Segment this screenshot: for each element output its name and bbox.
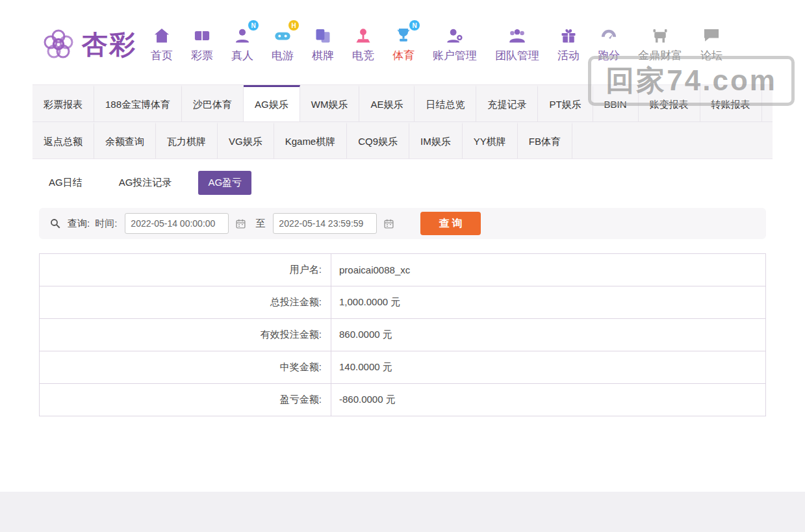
nav-item-label: 电竞 bbox=[352, 48, 374, 63]
time-label: 时间: bbox=[95, 218, 117, 230]
subtab-item[interactable]: AG投注记录 bbox=[109, 171, 182, 195]
row-value: 140.0000 元 bbox=[331, 351, 392, 383]
wealth-icon bbox=[650, 25, 670, 46]
tab-item[interactable]: 充提记录 bbox=[476, 85, 538, 121]
tab-row-2: 返点总额余额查询瓦力棋牌VG娱乐Kgame棋牌CQ9娱乐IM娱乐YY棋牌FB体育 bbox=[32, 122, 773, 158]
query-button[interactable]: 查 询 bbox=[420, 212, 481, 235]
tab-item[interactable]: BBIN bbox=[593, 85, 639, 121]
forum-icon bbox=[702, 25, 721, 46]
nav-item-team[interactable]: 团队管理 bbox=[495, 25, 539, 63]
activity-icon bbox=[559, 25, 578, 46]
to-label: 至 bbox=[255, 218, 265, 230]
query-bar: 查询: 时间: 至 查 询 bbox=[39, 208, 766, 239]
tab-item[interactable]: YY棋牌 bbox=[463, 122, 518, 158]
row-label: 盈亏金额: bbox=[40, 384, 331, 416]
tab-item[interactable]: WM娱乐 bbox=[300, 85, 360, 121]
nav-item-label: 体育 bbox=[392, 48, 415, 63]
tab-item[interactable]: 余额查询 bbox=[94, 122, 156, 158]
search-icon bbox=[49, 218, 61, 229]
tab-item[interactable]: AE娱乐 bbox=[359, 85, 415, 121]
tab-item[interactable]: IM娱乐 bbox=[409, 122, 463, 158]
paofen-icon bbox=[599, 25, 619, 46]
report-tabbar: 彩票报表188金宝博体育沙巴体育AG娱乐WM娱乐AE娱乐日结总览充提记录PT娱乐… bbox=[32, 84, 773, 159]
logo[interactable]: 杏彩 bbox=[40, 26, 136, 62]
tab-item[interactable]: 日结总览 bbox=[415, 85, 476, 121]
nav-badge-n: N bbox=[248, 20, 259, 31]
footer bbox=[0, 492, 805, 532]
nav-item-label: 首页 bbox=[151, 48, 173, 63]
nav-item-wealth[interactable]: 金鼎财富 bbox=[638, 25, 682, 63]
query-label: 查询: bbox=[68, 218, 90, 230]
nav-item-label: 金鼎财富 bbox=[638, 48, 682, 63]
tab-item[interactable]: FB体育 bbox=[518, 122, 572, 158]
nav-item-label: 跑分 bbox=[598, 48, 620, 63]
nav-badge-n: N bbox=[409, 20, 420, 31]
logo-flower-icon bbox=[40, 26, 77, 62]
nav-item-label: 账户管理 bbox=[433, 48, 477, 63]
tab-item[interactable]: 188金宝博体育 bbox=[94, 85, 182, 121]
nav-item-label: 电游 bbox=[272, 48, 294, 63]
live-person-icon: N bbox=[233, 25, 252, 46]
calendar-icon-start[interactable] bbox=[235, 218, 246, 229]
row-value: 860.0000 元 bbox=[331, 319, 392, 351]
table-row: 用户名:proaicai0088_xc bbox=[40, 254, 765, 286]
main-nav: 首页彩票N真人H电游棋牌电竞N体育账户管理团队管理活动跑分金鼎财富论坛 bbox=[151, 25, 722, 63]
nav-item-chess[interactable]: 棋牌 bbox=[312, 25, 334, 63]
logo-text: 杏彩 bbox=[82, 27, 136, 62]
nav-item-esports[interactable]: 电竞 bbox=[352, 25, 374, 63]
tab-item[interactable]: AG娱乐 bbox=[244, 85, 300, 121]
nav-item-label: 真人 bbox=[231, 48, 253, 63]
tab-item[interactable]: 账变报表 bbox=[639, 85, 700, 121]
nav-item-label: 棋牌 bbox=[312, 48, 334, 63]
nav-item-forum[interactable]: 论坛 bbox=[700, 25, 722, 63]
account-icon bbox=[445, 25, 465, 46]
end-date-input[interactable] bbox=[273, 213, 377, 234]
row-label: 总投注金额: bbox=[40, 286, 331, 318]
nav-item-live-person[interactable]: N真人 bbox=[231, 25, 253, 63]
table-row: 有效投注金额:860.0000 元 bbox=[40, 319, 765, 351]
tab-item[interactable]: PT娱乐 bbox=[538, 85, 593, 121]
home-icon bbox=[152, 25, 172, 46]
tab-item[interactable]: 彩票报表 bbox=[32, 85, 94, 121]
nav-item-paofen[interactable]: 跑分 bbox=[598, 25, 620, 63]
sports-icon: N bbox=[394, 25, 413, 46]
nav-item-label: 论坛 bbox=[700, 48, 722, 63]
team-icon bbox=[507, 25, 527, 46]
tab-item[interactable]: Kgame棋牌 bbox=[274, 122, 348, 158]
row-label: 中奖金额: bbox=[40, 351, 331, 383]
nav-item-lottery[interactable]: 彩票 bbox=[191, 25, 213, 63]
content: AG日结AG投注记录AG盈亏 查询: 时间: 至 bbox=[32, 171, 773, 416]
tab-item[interactable]: 转账报表 bbox=[700, 85, 762, 121]
nav-item-label: 彩票 bbox=[191, 48, 213, 63]
row-value: proaicai0088_xc bbox=[331, 254, 410, 286]
table-row: 中奖金额:140.0000 元 bbox=[40, 351, 765, 384]
table-row: 盈亏金额:-860.0000 元 bbox=[40, 384, 765, 416]
lottery-icon bbox=[192, 25, 212, 46]
subtabs: AG日结AG投注记录AG盈亏 bbox=[39, 171, 766, 195]
row-label: 有效投注金额: bbox=[40, 319, 331, 351]
tab-item[interactable]: 返点总额 bbox=[32, 122, 94, 158]
start-date-input[interactable] bbox=[125, 213, 229, 234]
tab-item[interactable]: 沙巴体育 bbox=[182, 85, 244, 121]
subtab-item[interactable]: AG盈亏 bbox=[198, 171, 251, 195]
calendar-icon-end[interactable] bbox=[383, 218, 394, 229]
row-value: 1,000.0000 元 bbox=[331, 286, 400, 318]
nav-badge-h: H bbox=[288, 20, 299, 31]
nav-item-label: 活动 bbox=[557, 48, 580, 63]
top-nav: 杏彩 首页彩票N真人H电游棋牌电竞N体育账户管理团队管理活动跑分金鼎财富论坛 回… bbox=[0, 0, 805, 84]
subtab-item[interactable]: AG日结 bbox=[39, 171, 92, 195]
nav-item-sports[interactable]: N体育 bbox=[392, 25, 415, 63]
tab-row-1: 彩票报表188金宝博体育沙巴体育AG娱乐WM娱乐AE娱乐日结总览充提记录PT娱乐… bbox=[32, 85, 773, 122]
egame-icon: H bbox=[273, 25, 292, 46]
nav-item-account[interactable]: 账户管理 bbox=[433, 25, 477, 63]
nav-item-egame[interactable]: H电游 bbox=[272, 25, 294, 63]
nav-item-activity[interactable]: 活动 bbox=[557, 25, 580, 63]
tab-item[interactable]: VG娱乐 bbox=[218, 122, 274, 158]
esports-icon bbox=[353, 25, 373, 46]
row-label: 用户名: bbox=[40, 254, 331, 286]
tab-item[interactable]: 瓦力棋牌 bbox=[156, 122, 218, 158]
tab-item[interactable]: CQ9娱乐 bbox=[347, 122, 409, 158]
row-value: -860.0000 元 bbox=[331, 384, 396, 416]
chess-icon bbox=[313, 25, 333, 46]
nav-item-home[interactable]: 首页 bbox=[151, 25, 173, 63]
